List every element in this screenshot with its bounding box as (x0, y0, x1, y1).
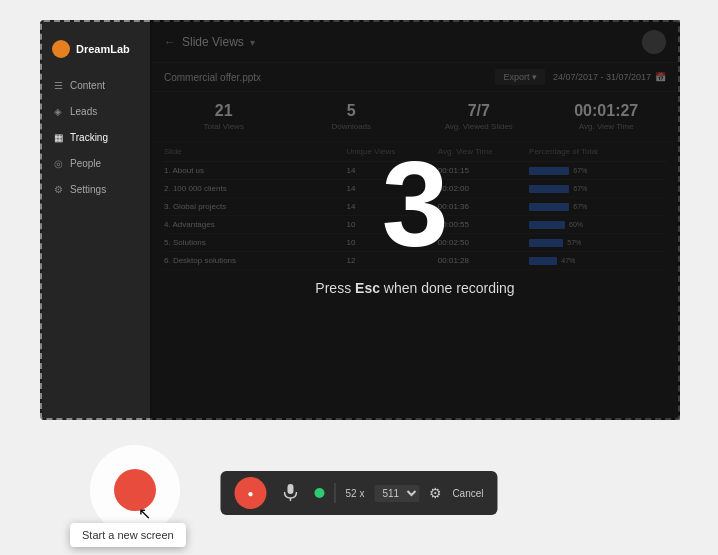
tracking-icon: ▦ (52, 131, 64, 143)
content-header: ← Slide Views ▾ (152, 22, 678, 63)
date-range: 24/07/2017 - 31/07/2017 📅 (553, 72, 666, 82)
svg-rect-0 (287, 484, 293, 494)
percentage-bar-container: 57% (529, 239, 666, 247)
unique-views: 10 (347, 220, 438, 229)
sub-header: Commercial offer.pptx Export ▾ 24/07/201… (152, 63, 678, 92)
logo: DreamLab (42, 32, 152, 72)
stats-row: 21 Total Views 5 Downloads 7/7 Avg. View… (152, 92, 678, 142)
table-row: 3. Global projects 14 00:01:36 67% (164, 198, 666, 216)
sub-header-right: Export ▾ 24/07/2017 - 31/07/2017 📅 (495, 69, 666, 85)
content-icon: ☰ (52, 79, 64, 91)
sidebar-item-leads[interactable]: ◈ Leads (42, 98, 152, 124)
table-row: 4. Advantages 10 00:00:55 60% (164, 216, 666, 234)
percentage-value: 47% (561, 257, 575, 264)
percentage-bar (529, 221, 565, 229)
avatar (642, 30, 666, 54)
sidebar-item-people[interactable]: ◎ People (42, 150, 152, 176)
main-content: ← Slide Views ▾ Commercial offer.pptx Ex… (152, 22, 678, 418)
calendar-icon[interactable]: 📅 (655, 72, 666, 82)
avg-time: 00:00:55 (438, 220, 529, 229)
table-row: 6. Desktop solutions 12 00:01:28 47% (164, 252, 666, 270)
record-button[interactable]: ● (234, 477, 266, 509)
percentage-value: 67% (573, 167, 587, 174)
people-icon: ◎ (52, 157, 64, 169)
unique-views: 14 (347, 184, 438, 193)
slide-name: 6. Desktop solutions (164, 256, 347, 265)
slide-name: 3. Global projects (164, 202, 347, 211)
percentage-bar (529, 185, 569, 193)
percentage-bar (529, 167, 569, 175)
export-button[interactable]: Export ▾ (495, 69, 545, 85)
file-name: Commercial offer.pptx (164, 72, 261, 83)
circle-highlight (90, 445, 180, 535)
percentage-bar-container: 67% (529, 167, 666, 175)
percentage-value: 57% (567, 239, 581, 246)
cursor-icon: ↖ (138, 504, 151, 523)
tooltip: Start a new screen (70, 523, 186, 547)
sidebar-item-content[interactable]: ☰ Content (42, 72, 152, 98)
percentage-bar (529, 203, 569, 211)
unique-views: 14 (347, 202, 438, 211)
microphone-button[interactable] (276, 479, 304, 507)
back-arrow-icon[interactable]: ← (164, 35, 176, 49)
sidebar-item-tracking[interactable]: ▦ Tracking (42, 124, 152, 150)
avg-time: 00:01:15 (438, 166, 529, 175)
sidebar: DreamLab ☰ Content ◈ Leads ▦ Tracking ◎ … (42, 22, 152, 418)
avg-time: 00:02:50 (438, 238, 529, 247)
table-body: 1. About us 14 00:01:15 67% 2. 100 000 c… (164, 162, 666, 270)
logo-icon (52, 40, 70, 58)
table-header: Slide Unique Views Avg. View Time Percen… (164, 142, 666, 162)
unique-views: 12 (347, 256, 438, 265)
gear-icon[interactable]: ⚙ (429, 485, 442, 501)
slide-name: 4. Advantages (164, 220, 347, 229)
percentage-bar-container: 47% (529, 257, 666, 265)
percentage-bar-container: 67% (529, 203, 666, 211)
tooltip-text: Start a new screen (82, 529, 174, 541)
dimensions-label: 52 x (345, 488, 364, 499)
unique-views: 10 (347, 238, 438, 247)
stat-downloads: 5 Downloads (292, 102, 412, 131)
slide-name: 1. About us (164, 166, 347, 175)
slides-table: Slide Unique Views Avg. View Time Percen… (152, 142, 678, 418)
stat-avg-slides: 7/7 Avg. Viewed Slides (419, 102, 539, 131)
percentage-value: 60% (569, 221, 583, 228)
cancel-button[interactable]: Cancel (452, 488, 483, 499)
percentage-bar-container: 67% (529, 185, 666, 193)
percentage-bar-container: 60% (529, 221, 666, 229)
stat-total-views: 21 Total Views (164, 102, 284, 131)
header-left: ← Slide Views ▾ (164, 35, 255, 49)
logo-text: DreamLab (76, 43, 130, 55)
sidebar-item-settings[interactable]: ⚙ Settings (42, 176, 152, 202)
settings-icon: ⚙ (52, 183, 64, 195)
title-dropdown-icon[interactable]: ▾ (250, 37, 255, 48)
slide-name: 2. 100 000 clients (164, 184, 347, 193)
table-row: 5. Solutions 10 00:02:50 57% (164, 234, 666, 252)
green-indicator (314, 488, 324, 498)
percentage-bar (529, 257, 557, 265)
bottom-toolbar: ● 52 x 511 ⚙ Cancel (220, 471, 497, 515)
percentage-value: 67% (573, 203, 587, 210)
avg-time: 00:02:00 (438, 184, 529, 193)
percentage-bar (529, 239, 563, 247)
slide-name: 5. Solutions (164, 238, 347, 247)
avg-time: 00:01:28 (438, 256, 529, 265)
width-select[interactable]: 511 (374, 485, 419, 502)
toolbar-divider (334, 483, 335, 503)
table-row: 2. 100 000 clients 14 00:02:00 67% (164, 180, 666, 198)
screenshot-area: DreamLab ☰ Content ◈ Leads ▦ Tracking ◎ … (40, 20, 680, 420)
record-icon: ● (247, 488, 253, 499)
percentage-value: 67% (573, 185, 587, 192)
table-row: 1. About us 14 00:01:15 67% (164, 162, 666, 180)
page-title: Slide Views (182, 35, 244, 49)
leads-icon: ◈ (52, 105, 64, 117)
avg-time: 00:01:36 (438, 202, 529, 211)
stat-avg-time: 00:01:27 Avg. View Time (547, 102, 667, 131)
unique-views: 14 (347, 166, 438, 175)
